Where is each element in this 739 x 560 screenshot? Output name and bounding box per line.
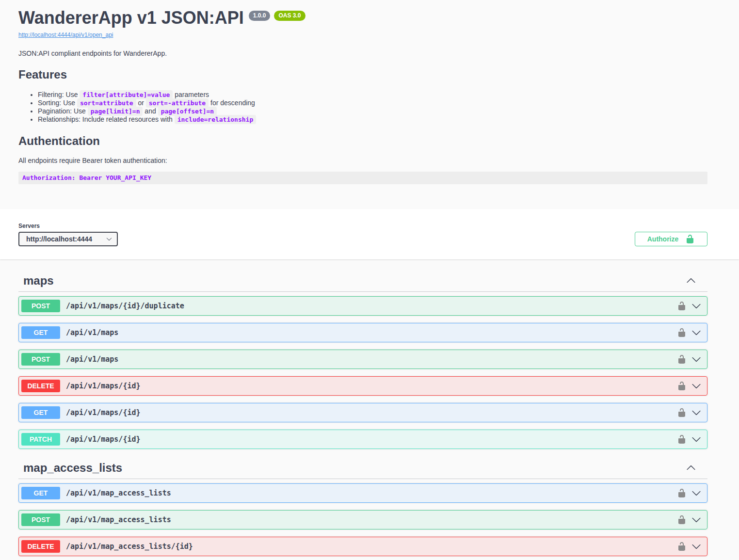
unlock-icon [677,301,687,311]
unlock-icon [677,515,687,525]
feature-text: for descending [209,99,255,107]
chevron-down-icon [691,328,701,337]
auth-note: All endpoints require Bearer token authe… [18,157,707,165]
tag-header-maps[interactable]: maps [18,269,707,292]
chevron-down-icon [691,301,701,311]
feature-text: Relationships: Include related resources… [38,115,175,123]
feature-text: and [143,107,158,115]
method-badge: POST [21,513,60,526]
chevron-down-icon [691,542,701,551]
features-heading: Features [18,68,707,81]
opblock-delete-map-access-lists-id[interactable]: DELETE /api/v1/map_access_lists/{id} [18,537,707,556]
auth-lock-button[interactable] [677,354,687,364]
unlock-icon [677,408,687,417]
opblock-post-maps[interactable]: POST /api/v1/maps [18,350,707,369]
chevron-up-icon [686,276,696,286]
opblock-get-map-access-lists[interactable]: GET /api/v1/map_access_lists [18,483,707,503]
servers-block: Servers http://localhost:4444 [18,223,118,246]
info-section: WandererApp v1 JSON:API 1.0.0 OAS 3.0 ht… [18,0,707,209]
page-title: WandererApp v1 JSON:API [18,8,244,28]
title-row: WandererApp v1 JSON:API 1.0.0 OAS 3.0 [18,8,707,28]
method-badge: GET [21,406,60,419]
servers-label: Servers [18,223,118,230]
endpoint-path: /api/v1/map_access_lists [66,515,677,524]
auth-lock-button[interactable] [677,328,687,337]
auth-lock-button[interactable] [677,515,687,525]
chevron-up-icon [686,463,696,473]
inline-code: page[limit]=n [88,107,143,116]
endpoint-path: /api/v1/map_access_lists/{id} [66,542,677,551]
tag-title: map_access_lists [23,461,122,475]
endpoint-path: /api/v1/maps [66,355,677,364]
chevron-down-icon [691,381,701,391]
opblock-get-maps[interactable]: GET /api/v1/maps [18,323,707,342]
api-description: JSON:API compliant endpoints for Wandere… [18,49,707,58]
method-badge: GET [21,326,60,339]
inline-code: include=relationship [175,115,257,124]
unlock-icon [677,434,687,444]
tag-section-maps: maps POST /api/v1/maps/{id}/duplicate GE… [18,269,707,449]
authorize-button[interactable]: Authorize [635,232,707,246]
unlock-icon [677,381,687,391]
endpoint-path: /api/v1/maps/{id} [66,435,677,444]
chevron-down-icon [691,488,701,498]
feature-text: parameters [173,91,209,98]
tag-header-map-access-lists[interactable]: map_access_lists [18,456,707,479]
method-badge: POST [21,353,60,366]
chevron-down-icon [691,354,701,364]
opblock-post-maps-duplicate[interactable]: POST /api/v1/maps/{id}/duplicate [18,296,707,316]
endpoint-path: /api/v1/map_access_lists [66,489,677,497]
feature-text: or [136,99,146,107]
auth-lock-button[interactable] [677,488,687,498]
auth-lock-button[interactable] [677,381,687,391]
endpoint-path: /api/v1/maps/{id}/duplicate [66,302,677,310]
auth-lock-button[interactable] [677,542,687,551]
unlock-icon [685,234,695,244]
unlock-icon [677,354,687,364]
chevron-down-icon [691,434,701,444]
unlock-icon [677,488,687,498]
oas-badge: OAS 3.0 [274,11,305,21]
chevron-down-icon [106,236,112,242]
list-item: Pagination: Use page[limit]=n and page[o… [38,107,707,115]
feature-text: Filtering: Use [38,91,80,98]
endpoint-path: /api/v1/maps/{id} [66,382,677,390]
operations-area: maps POST /api/v1/maps/{id}/duplicate GE… [18,269,707,556]
tag-title: maps [23,274,54,288]
method-badge: DELETE [21,380,60,392]
version-badge: 1.0.0 [249,11,271,21]
features-list: Filtering: Use filter[attribute]=value p… [18,91,707,124]
opblock-delete-maps-id[interactable]: DELETE /api/v1/maps/{id} [18,376,707,396]
chevron-down-icon [691,515,701,525]
feature-text: Pagination: Use [38,107,88,115]
authentication-heading: Authentication [18,134,707,148]
opblock-post-map-access-lists[interactable]: POST /api/v1/map_access_lists [18,510,707,529]
method-badge: GET [21,487,60,499]
opblock-patch-maps-id[interactable]: PATCH /api/v1/maps/{id} [18,430,707,449]
method-badge: POST [21,300,60,312]
spec-url-link[interactable]: http://localhost:4444/api/v1/open_api [18,32,113,38]
method-badge: PATCH [21,433,60,446]
auth-lock-button[interactable] [677,434,687,444]
endpoint-path: /api/v1/maps/{id} [66,408,677,417]
servers-select[interactable]: http://localhost:4444 [18,232,118,246]
list-item: Relationships: Include related resources… [38,115,707,124]
feature-text: Sorting: Use [38,99,77,107]
authorize-label: Authorize [647,235,679,243]
list-item: Sorting: Use sort=attribute or sort=-att… [38,99,707,107]
tag-section-map-access-lists: map_access_lists GET /api/v1/map_access_… [18,456,707,556]
unlock-icon [677,328,687,337]
opblock-get-maps-id[interactable]: GET /api/v1/maps/{id} [18,403,707,422]
endpoint-path: /api/v1/maps [66,328,677,337]
chevron-down-icon [691,408,701,417]
scheme-container: Servers http://localhost:4444 Authorize [0,209,739,259]
auth-code-block: Authorization: Bearer YOUR_API_KEY [18,172,707,184]
method-badge: DELETE [21,540,60,553]
auth-lock-button[interactable] [677,408,687,417]
auth-lock-button[interactable] [677,301,687,311]
list-item: Filtering: Use filter[attribute]=value p… [38,91,707,99]
servers-select-value: http://localhost:4444 [26,235,92,243]
version-badges: 1.0.0 OAS 3.0 [249,11,305,21]
unlock-icon [677,542,687,551]
